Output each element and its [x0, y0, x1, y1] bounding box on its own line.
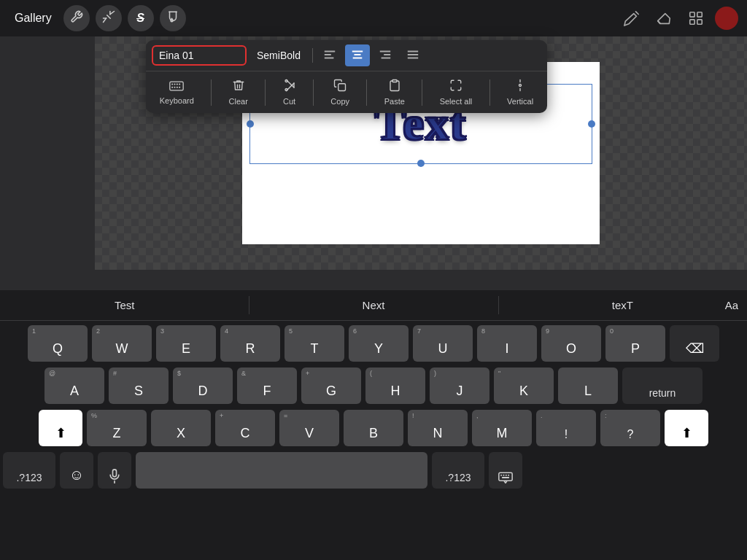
strikethrough-icon: S	[136, 12, 144, 25]
keyboard-action[interactable]: Keyboard	[150, 77, 204, 108]
key-g[interactable]: +G	[301, 368, 361, 404]
key-j[interactable]: )J	[430, 368, 489, 404]
key-a[interactable]: @A	[44, 368, 104, 404]
copy-action-label: Copy	[330, 97, 349, 106]
numbers-key-2[interactable]: .?123	[432, 452, 484, 489]
paste-action-icon	[388, 79, 401, 96]
numbers-key[interactable]: .?123	[3, 452, 55, 489]
key-k[interactable]: "K	[494, 368, 554, 404]
key-question[interactable]: :?	[600, 410, 660, 446]
keyboard-action-label: Keyboard	[160, 96, 194, 105]
svg-rect-4	[697, 20, 702, 24]
svg-point-33	[519, 85, 522, 87]
copy-action-icon	[333, 79, 347, 96]
key-h[interactable]: (H	[365, 368, 425, 404]
strikethrough-button[interactable]: S	[128, 5, 154, 31]
key-c[interactable]: +C	[215, 410, 275, 446]
font-weight-button[interactable]: SemiBold	[249, 47, 308, 64]
user-avatar[interactable]	[715, 7, 738, 30]
gallery-button[interactable]: Gallery	[9, 9, 58, 28]
handle-left[interactable]	[247, 120, 254, 128]
emoji-key[interactable]: ☺	[60, 452, 93, 489]
select-all-action-icon	[449, 79, 462, 96]
key-f[interactable]: &F	[237, 368, 297, 404]
mic-key[interactable]	[98, 452, 131, 489]
key-r[interactable]: 4R	[220, 325, 280, 362]
svg-rect-38	[499, 472, 512, 481]
magic-icon	[102, 10, 115, 26]
align-left-button[interactable]	[317, 44, 342, 66]
predictive-item-3[interactable]: texT	[498, 290, 747, 320]
svg-rect-3	[690, 20, 694, 24]
key-row-3: ⬆ %Z X +C =V B !N ,M .! :? ⬆	[3, 410, 744, 446]
paint-button[interactable]	[160, 5, 186, 31]
key-d[interactable]: $D	[173, 368, 233, 404]
key-i[interactable]: 8I	[477, 325, 537, 362]
key-row-2: @A #S $D &F +G (H )J "K L return	[3, 368, 744, 404]
vertical-action-label: Vertical	[507, 97, 533, 106]
font-name-input[interactable]	[152, 45, 247, 66]
key-row-1: 1Q 2W 3E 4R 5T 6Y 7U 8I 9O 0P ⌫	[3, 325, 744, 362]
aa-button[interactable]: Aa	[725, 299, 738, 311]
clear-action-label: Clear	[229, 97, 248, 106]
key-y[interactable]: 6Y	[349, 325, 409, 362]
svg-rect-17	[170, 82, 183, 90]
svg-rect-32	[392, 80, 397, 82]
align-justify-button[interactable]	[400, 44, 425, 66]
align-center-button[interactable]	[345, 44, 370, 66]
select-all-action-label: Select all	[440, 97, 473, 106]
key-n[interactable]: !N	[408, 410, 468, 446]
predictive-item-2[interactable]: Next	[249, 290, 498, 320]
key-o[interactable]: 9O	[541, 325, 601, 362]
copy-action[interactable]: Copy	[320, 76, 360, 109]
eraser-icon[interactable]	[651, 5, 677, 31]
key-t[interactable]: 5T	[285, 325, 344, 362]
key-w[interactable]: 2W	[92, 325, 152, 362]
keyboard-action-icon	[169, 79, 184, 95]
key-x[interactable]: X	[151, 410, 211, 446]
key-e[interactable]: 3E	[156, 325, 216, 362]
magic-button[interactable]	[96, 5, 122, 31]
predictive-item-1[interactable]: Test	[0, 290, 249, 320]
handle-bottom[interactable]	[417, 160, 425, 167]
layers-icon[interactable]	[683, 5, 709, 31]
select-all-action[interactable]: Select all	[430, 76, 483, 109]
key-b[interactable]: B	[344, 410, 403, 446]
divider-1	[312, 48, 313, 63]
align-right-button[interactable]	[373, 44, 398, 66]
svg-rect-36	[113, 470, 117, 477]
keyboard-hide-key[interactable]	[489, 452, 522, 489]
cut-action[interactable]: Cut	[273, 76, 306, 109]
top-toolbar: Gallery S	[0, 0, 747, 36]
svg-line-0	[636, 12, 639, 15]
key-q[interactable]: 1Q	[28, 325, 88, 362]
key-s[interactable]: #S	[109, 368, 169, 404]
shift-key-left[interactable]: ⬆	[39, 410, 82, 446]
align-left-icon	[323, 48, 336, 63]
handle-right[interactable]	[588, 120, 595, 128]
svg-rect-2	[697, 12, 702, 17]
key-z[interactable]: %Z	[87, 410, 147, 446]
align-right-icon	[379, 48, 392, 63]
key-period[interactable]: .!	[536, 410, 596, 446]
svg-rect-31	[338, 84, 346, 91]
key-l[interactable]: L	[558, 368, 618, 404]
shift-key-right[interactable]: ⬆	[665, 410, 708, 446]
toolbar-right	[619, 5, 738, 31]
bottom-key-row: .?123 ☺ .?123	[0, 446, 747, 494]
vertical-action[interactable]: Vertical	[497, 76, 543, 109]
keyboard-rows: 1Q 2W 3E 4R 5T 6Y 7U 8I 9O 0P ⌫ @A #S $D…	[0, 321, 747, 446]
floating-toolbar: SemiBold Keyboard	[146, 40, 547, 113]
key-u[interactable]: 7U	[413, 325, 473, 362]
space-key[interactable]	[136, 452, 427, 489]
key-m[interactable]: ,M	[472, 410, 532, 446]
clear-action[interactable]: Clear	[219, 76, 258, 109]
delete-key[interactable]: ⌫	[670, 325, 719, 362]
predictive-bar: Test Next texT Aa	[0, 290, 747, 321]
key-p[interactable]: 0P	[605, 325, 665, 362]
wrench-button[interactable]	[63, 5, 90, 31]
pencil-icon[interactable]	[619, 5, 645, 31]
paste-action[interactable]: Paste	[374, 76, 415, 109]
return-key[interactable]: return	[622, 368, 703, 404]
key-v[interactable]: =V	[279, 410, 339, 446]
